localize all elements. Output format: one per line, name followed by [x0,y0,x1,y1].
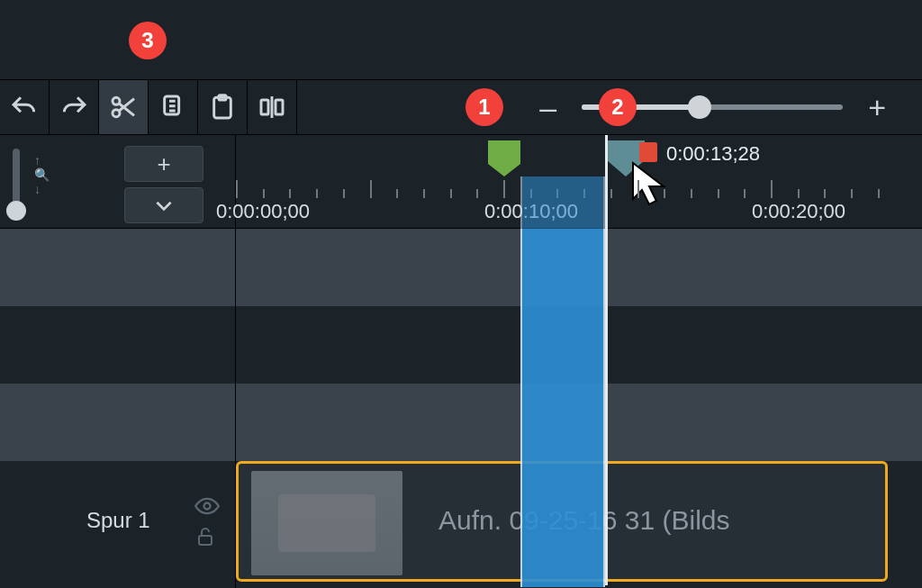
ruler-tick [771,180,773,198]
ruler-tick [476,189,478,198]
ruler-tick [664,189,665,198]
zoom-in-button[interactable]: + [868,90,886,125]
ruler-tick [691,189,692,198]
svg-point-0 [113,97,120,104]
undo-icon [10,93,39,122]
ruler-tick [423,189,425,198]
playhead-line[interactable] [605,135,608,585]
paste-button[interactable] [198,80,248,134]
vertical-zoom-slider[interactable] [13,149,20,219]
ruler-left-controls: ↑🔍↓ + [0,135,236,228]
copy-button[interactable] [149,80,198,134]
ruler-tick [610,189,612,198]
ruler-tick [236,180,238,198]
ruler-tick [798,189,800,198]
cut-button[interactable] [99,80,149,134]
undo-button[interactable] [0,80,50,134]
in-marker[interactable] [486,139,522,180]
svg-point-1 [113,110,120,117]
svg-point-7 [204,503,211,510]
timeline-tracks: Aufn. 09-25-16 31 (Bilds Spur 1 [0,229,922,588]
scissors-icon [109,93,138,122]
zoom-out-button[interactable]: – [539,90,556,125]
selection-range[interactable] [520,176,605,229]
paste-icon [208,93,237,122]
chevron-down-icon [152,194,176,217]
ruler-tick [851,189,853,198]
annotation-badge-1: 1 [466,88,503,126]
lock-toggle[interactable] [194,526,216,551]
mini-icons: ↑🔍↓ [34,153,50,196]
ruler-tick [370,180,372,198]
annotation-badge-2: 2 [599,88,637,126]
ruler-tick [878,189,880,198]
zoom-slider-knob[interactable] [688,95,711,119]
ruler-tick [263,189,265,198]
ruler-tick [289,189,291,198]
ruler-label: 0:00:20;00 [752,200,845,223]
ruler-tick [744,189,746,198]
split-icon [258,93,286,122]
timeline-ruler: ↑🔍↓ + 0:00:00;00 0:00:10;00 0:00:20;00 0… [0,135,922,229]
selection-range[interactable] [520,229,605,587]
copy-icon [158,93,187,122]
svg-rect-6 [276,100,283,114]
track-name: Spur 1 [86,508,150,533]
redo-button[interactable] [50,80,99,134]
out-marker[interactable] [639,142,657,162]
eye-icon [194,497,220,515]
visibility-toggle[interactable] [194,497,220,519]
split-button[interactable] [248,80,297,134]
ruler-tick [718,189,719,198]
ruler-tick [396,189,398,198]
ruler-tick [503,180,505,198]
ruler-tick [637,180,639,198]
add-track-button[interactable]: + [124,146,203,182]
clip-thumbnail [251,471,402,575]
ruler-tick [316,189,318,198]
ruler-label: 0:00:00;00 [216,200,310,223]
redo-icon [59,93,88,122]
zoom-controls: – + [539,79,922,135]
playhead-time: 0:00:13;28 [666,142,760,166]
ruler-tick [343,189,345,198]
ruler-tick [824,189,826,198]
annotation-badge-3: 3 [129,22,167,59]
svg-rect-8 [199,536,212,545]
lock-open-icon [194,526,216,547]
ruler-tick [450,189,452,198]
tracks-dropdown-button[interactable] [124,187,203,223]
svg-rect-5 [261,100,268,114]
